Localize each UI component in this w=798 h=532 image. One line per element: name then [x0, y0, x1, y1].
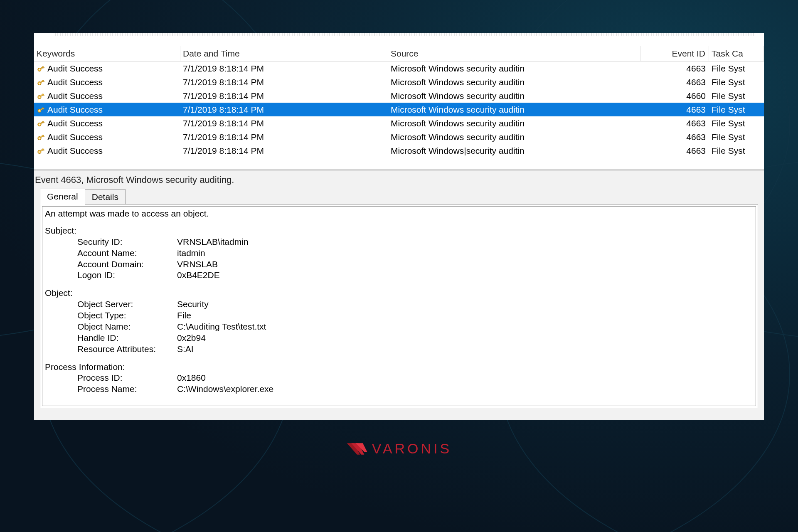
detail-field: Security ID: VRNSLAB\itadmin — [45, 236, 753, 248]
varonis-logo-text: VARONIS — [372, 441, 452, 457]
row-keywords: Audit Success — [47, 105, 103, 115]
event-row[interactable]: Audit Success7/1/2019 8:18:14 PMMicrosof… — [34, 103, 764, 116]
event-row[interactable]: Audit Success7/1/2019 8:18:14 PMMicrosof… — [34, 89, 764, 103]
row-taskcat: File Syst — [712, 146, 745, 156]
column-header-row: Keywords Date and Time Source Event ID T… — [34, 46, 764, 62]
row-datetime: 7/1/2019 8:18:14 PM — [183, 118, 264, 128]
detail-field-value: C:\Auditing Test\test.txt — [177, 321, 753, 332]
event-rows: Audit Success7/1/2019 8:18:14 PMMicrosof… — [34, 62, 764, 158]
detail-field-value: VRNSLAB — [177, 259, 753, 270]
audit-success-key-icon — [37, 147, 45, 155]
row-eventid: 4660 — [686, 91, 706, 101]
column-header-eventid[interactable]: Event ID — [641, 46, 709, 61]
audit-success-key-icon — [37, 119, 45, 128]
event-row[interactable]: Audit Success7/1/2019 8:18:14 PMMicrosof… — [34, 130, 764, 144]
row-source: Microsoft Windows security auditin — [391, 118, 525, 128]
row-eventid: 4663 — [686, 132, 706, 142]
row-keywords: Audit Success — [47, 132, 103, 142]
row-datetime: 7/1/2019 8:18:14 PM — [183, 105, 264, 115]
detail-field: Object Server: Security — [45, 299, 753, 310]
row-eventid: 4663 — [686, 118, 706, 128]
row-keywords: Audit Success — [47, 146, 103, 156]
column-header-source[interactable]: Source — [388, 46, 641, 61]
row-taskcat: File Syst — [712, 118, 745, 128]
detail-field-label: Account Domain: — [77, 259, 177, 270]
detail-field-value: VRNSLAB\itadmin — [177, 236, 753, 248]
detail-field: Account Name: itadmin — [45, 248, 753, 259]
detail-section-title: Object: — [45, 288, 753, 299]
detail-section-title: Process Information: — [45, 362, 753, 373]
event-details-header: Event 4663, Microsoft Windows security a… — [34, 171, 764, 189]
detail-field-label: Object Name: — [77, 321, 177, 332]
detail-field: Handle ID: 0x2b94 — [45, 332, 753, 344]
row-taskcat: File Syst — [712, 64, 745, 74]
row-source: Microsoft Windows security auditin — [391, 105, 525, 115]
detail-field-label: Object Server: — [77, 299, 177, 310]
event-row[interactable]: Audit Success7/1/2019 8:18:14 PMMicrosof… — [34, 75, 764, 89]
row-datetime: 7/1/2019 8:18:14 PM — [183, 64, 264, 74]
detail-field-value: File — [177, 310, 753, 321]
detail-field: Process ID: 0x1860 — [45, 372, 753, 384]
event-row[interactable]: Audit Success7/1/2019 8:18:14 PMMicrosof… — [34, 116, 764, 130]
event-message: An attempt was made to access an object. — [45, 208, 753, 219]
row-source: Microsoft Windows security auditin — [391, 132, 525, 142]
detail-section-title: Subject: — [45, 225, 753, 236]
event-description-box: An attempt was made to access an object.… — [42, 206, 756, 406]
varonis-mark-icon — [346, 441, 368, 456]
audit-success-key-icon — [37, 92, 45, 100]
detail-field-value: 0xB4E2DE — [177, 270, 753, 281]
event-row[interactable]: Audit Success7/1/2019 8:18:14 PMMicrosof… — [34, 144, 764, 158]
row-eventid: 4663 — [686, 77, 706, 87]
row-taskcat: File Syst — [712, 77, 745, 87]
audit-success-key-icon — [37, 133, 45, 141]
detail-field: Process Name: C:\Windows\explorer.exe — [45, 384, 753, 395]
audit-success-key-icon — [37, 78, 45, 86]
detail-field-label: Process ID: — [77, 372, 177, 384]
detail-field-value: Security — [177, 299, 753, 310]
column-header-keywords[interactable]: Keywords — [34, 46, 180, 61]
row-eventid: 4663 — [686, 64, 706, 74]
column-header-taskcat[interactable]: Task Ca — [709, 46, 764, 61]
detail-field: Logon ID: 0xB4E2DE — [45, 270, 753, 281]
event-viewer-window: Keywords Date and Time Source Event ID T… — [34, 33, 764, 420]
detail-field-label: Resource Attributes: — [77, 344, 177, 355]
event-list-panel: Keywords Date and Time Source Event ID T… — [34, 46, 764, 170]
detail-field-label: Logon ID: — [77, 270, 177, 281]
row-datetime: 7/1/2019 8:18:14 PM — [183, 91, 264, 101]
row-datetime: 7/1/2019 8:18:14 PM — [183, 146, 264, 156]
detail-field-value: 0x2b94 — [177, 332, 753, 344]
detail-field-label: Process Name: — [77, 384, 177, 395]
row-keywords: Audit Success — [47, 64, 103, 74]
audit-success-key-icon — [37, 106, 45, 114]
row-source: Microsoft Windows security auditin — [391, 77, 525, 87]
row-source: Microsoft Windows security auditin — [391, 64, 525, 74]
general-tab-panel: An attempt was made to access an object.… — [40, 204, 758, 408]
row-keywords: Audit Success — [47, 91, 103, 101]
detail-field-value: 0x1860 — [177, 372, 753, 384]
event-row[interactable]: Audit Success7/1/2019 8:18:14 PMMicrosof… — [34, 62, 764, 75]
detail-field: Object Name: C:\Auditing Test\test.txt — [45, 321, 753, 332]
tab-general[interactable]: General — [40, 189, 85, 204]
filter-summary-bar — [34, 33, 764, 46]
column-header-datetime[interactable]: Date and Time — [180, 46, 388, 61]
row-keywords: Audit Success — [47, 77, 103, 87]
audit-success-key-icon — [37, 64, 45, 73]
detail-field-label: Object Type: — [77, 310, 177, 321]
detail-field-label: Handle ID: — [77, 332, 177, 344]
tab-details[interactable]: Details — [85, 189, 126, 204]
row-taskcat: File Syst — [712, 132, 745, 142]
row-datetime: 7/1/2019 8:18:14 PM — [183, 77, 264, 87]
row-keywords: Audit Success — [47, 118, 103, 128]
row-taskcat: File Syst — [712, 91, 745, 101]
detail-field-label: Account Name: — [77, 248, 177, 259]
event-details-pane: Event 4663, Microsoft Windows security a… — [34, 170, 764, 420]
varonis-logo: VARONIS — [0, 441, 798, 457]
row-eventid: 4663 — [686, 105, 706, 115]
row-source: Microsoft Windows security auditin — [391, 91, 525, 101]
row-taskcat: File Syst — [712, 105, 745, 115]
detail-field-value: S:AI — [177, 344, 753, 355]
detail-field: Resource Attributes: S:AI — [45, 344, 753, 355]
detail-field-label: Security ID: — [77, 236, 177, 248]
detail-field-value: C:\Windows\explorer.exe — [177, 384, 753, 395]
details-tab-strip: General Details — [34, 189, 764, 204]
